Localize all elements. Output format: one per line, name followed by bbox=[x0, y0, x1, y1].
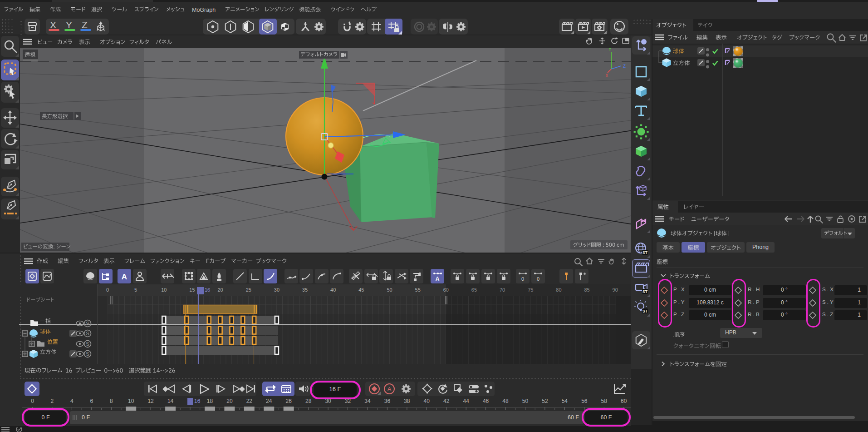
svg-text:0: 0 bbox=[537, 276, 539, 282]
svg-text:S: S bbox=[86, 331, 89, 336]
svg-text:ST: ST bbox=[642, 309, 648, 313]
svg-text:Z: Z bbox=[623, 64, 626, 69]
svg-text:A: A bbox=[122, 273, 127, 281]
svg-text:0: 0 bbox=[521, 276, 524, 282]
svg-text:ST: ST bbox=[642, 250, 648, 255]
svg-text:A: A bbox=[387, 386, 392, 392]
svg-text:X: X bbox=[605, 73, 608, 78]
svg-text:ST: ST bbox=[642, 289, 648, 294]
svg-text:A: A bbox=[436, 276, 440, 282]
svg-text:S: S bbox=[86, 351, 89, 357]
svg-text:S: S bbox=[86, 341, 89, 347]
svg-text:S: S bbox=[86, 321, 89, 326]
svg-text:Y: Y bbox=[608, 48, 612, 52]
